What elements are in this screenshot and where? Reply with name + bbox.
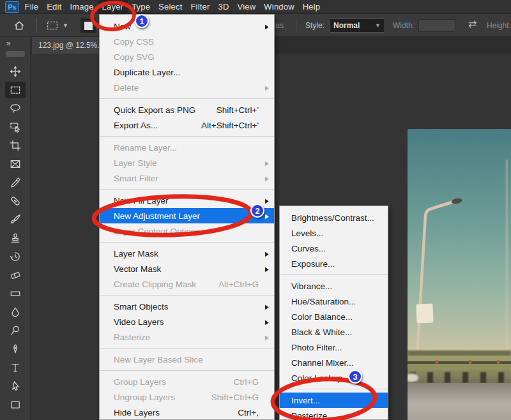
submenu-arrow-icon: ▶ (265, 197, 269, 204)
menu-window[interactable]: Window (260, 0, 298, 13)
layer-menu-item-quick-export-as-png[interactable]: Quick Export as PNGShift+Ctrl+' (100, 102, 274, 117)
menu-item-label: Brightness/Contrast... (291, 213, 374, 223)
blur-tool[interactable] (5, 304, 26, 320)
options-separator (296, 19, 296, 33)
adjustment-submenu-item-vibrance[interactable]: Vibrance... (280, 278, 388, 294)
adjustment-submenu-item-exposure[interactable]: Exposure... (280, 256, 388, 271)
menu-select[interactable]: Select (155, 0, 187, 13)
menu-item-label: Copy CSS (114, 37, 154, 47)
tool-preset-marquee-icon[interactable]: ▼ (46, 14, 68, 37)
menu-3d[interactable]: 3D (214, 0, 233, 13)
menu-type[interactable]: Type (128, 0, 155, 13)
type-tool[interactable] (5, 359, 26, 376)
rectangular-marquee-tool[interactable] (5, 82, 26, 98)
layer-menu-item-hide-layers[interactable]: Hide LayersCtrl+, (100, 405, 274, 420)
menu-filter[interactable]: Filter (187, 0, 214, 13)
history-brush-tool[interactable] (5, 248, 26, 265)
frame-tool[interactable] (5, 156, 26, 172)
layer-menu-item-new-adjustment-layer[interactable]: New Adjustment Layer▶ (100, 208, 274, 223)
panel-grip-handle[interactable] (6, 51, 25, 57)
layer-menu-item-duplicate-layer[interactable]: Duplicate Layer... (100, 64, 274, 80)
menu-item-label: Black & White... (291, 327, 352, 337)
adjustment-submenu-item-curves[interactable]: Curves... (280, 241, 388, 256)
adjustment-submenu-item-black-white[interactable]: Black & White... (280, 324, 388, 340)
layer-menu-dropdown: New▶Copy CSSCopy SVGDuplicate Layer...De… (99, 14, 275, 420)
adjustment-submenu-item-posterize[interactable]: Posterize... (280, 408, 388, 420)
options-separator (36, 19, 37, 33)
rectangle-tool[interactable] (5, 396, 26, 413)
menu-item-shortcut: Alt+Ctrl+G (210, 280, 259, 289)
move-tool-icon (9, 65, 22, 78)
adjustment-submenu-item-brightness-contrast[interactable]: Brightness/Contrast... (280, 210, 388, 225)
pen-tool[interactable] (5, 341, 26, 357)
gradient-tool[interactable] (5, 285, 26, 302)
menu-edit[interactable]: Edit (43, 0, 66, 13)
menu-item-shortcut: Shift+Ctrl+' (208, 105, 259, 115)
menu-separator (280, 274, 388, 275)
layer-menu-item-layer-style: Layer Style▶ (100, 155, 274, 170)
menubar-items: FileEditImageLayerTypeSelectFilter3DView… (20, 0, 324, 13)
road (408, 383, 511, 420)
bridge-post (427, 372, 433, 383)
move-tool[interactable] (5, 63, 26, 80)
swap-dimensions-icon[interactable]: ⇄ (468, 18, 477, 30)
home-icon[interactable] (13, 14, 26, 37)
menu-item-label: New Fill Layer (114, 196, 169, 206)
adjustment-submenu-item-invert[interactable]: Invert... (280, 393, 388, 408)
dodge-tool[interactable] (5, 322, 26, 339)
layer-menu-item-copy-css: Copy CSS (100, 34, 274, 49)
clone-stamp-tool[interactable] (5, 230, 26, 246)
frame-tool-icon (9, 158, 22, 170)
layer-menu-item-video-layers[interactable]: Video Layers▶ (100, 314, 274, 329)
brush-tool-icon (9, 213, 22, 226)
menu-item-label: Color Balance... (291, 312, 353, 322)
selection-mode-swatch[interactable] (80, 14, 96, 37)
menu-help[interactable]: Help (298, 0, 324, 13)
treeline (408, 350, 511, 356)
adjustment-submenu-item-photo-filter[interactable]: Photo Filter... (280, 340, 388, 355)
submenu-arrow-icon: ▶ (265, 334, 269, 341)
chevron-down-icon: ▼ (63, 22, 68, 29)
rectangular-marquee-tool-icon (9, 84, 22, 96)
lasso-tool[interactable] (5, 100, 26, 117)
eyedropper-tool[interactable] (5, 174, 26, 191)
style-dropdown[interactable]: Normal ▼ (329, 19, 385, 33)
layer-menu-item-new[interactable]: New▶ (100, 19, 274, 34)
adjustment-submenu-item-levels[interactable]: Levels... (280, 225, 388, 241)
menubar: Ps FileEditImageLayerTypeSelectFilter3DV… (0, 0, 511, 14)
object-selection-tool[interactable] (5, 119, 26, 135)
menu-image[interactable]: Image (66, 0, 98, 13)
menu-layer[interactable]: Layer (98, 0, 128, 13)
submenu-arrow-icon: ▶ (265, 160, 269, 167)
brush-tool[interactable] (5, 211, 26, 228)
adjustment-submenu-item-channel-mixer[interactable]: Channel Mixer... (280, 355, 388, 370)
path-selection-tool[interactable] (5, 378, 26, 394)
layer-menu-item-layer-mask[interactable]: Layer Mask▶ (100, 246, 274, 261)
layer-menu-item-rename-layer: Rename Layer... (100, 140, 274, 155)
menu-item-label: Quick Export as PNG (114, 105, 195, 115)
menu-file[interactable]: File (20, 0, 43, 13)
document-image (408, 129, 511, 420)
style-label: Style: (305, 14, 324, 37)
layer-menu-item-create-clipping-mask: Create Clipping MaskAlt+Ctrl+G (100, 276, 274, 292)
layer-menu-item-delete: Delete▶ (100, 80, 274, 95)
eraser-tool[interactable] (5, 267, 26, 283)
width-input[interactable] (418, 19, 455, 32)
rectangle-tool-icon (9, 398, 22, 411)
layer-menu-item-new-fill-layer[interactable]: New Fill Layer▶ (100, 193, 274, 208)
layer-menu-item-smart-objects[interactable]: Smart Objects▶ (100, 299, 274, 314)
adjustment-submenu-item-color-lookup[interactable]: Color Lookup... (280, 370, 388, 386)
new-adjustment-layer-submenu: Brightness/Contrast...Levels...Curves...… (279, 206, 388, 420)
layer-menu-item-export-as[interactable]: Export As...Alt+Shift+Ctrl+' (100, 117, 274, 133)
layer-menu-item-vector-mask[interactable]: Vector Mask▶ (100, 261, 274, 276)
crop-tool[interactable] (5, 137, 26, 154)
adjustment-submenu-item-hue-saturation[interactable]: Hue/Saturation... (280, 294, 388, 309)
menu-view[interactable]: View (233, 0, 260, 13)
menu-item-label: Levels... (291, 229, 323, 238)
clone-stamp-tool-icon (9, 232, 22, 244)
collapse-panel-icon[interactable]: » (6, 39, 11, 48)
spot-healing-brush-tool[interactable] (5, 193, 26, 209)
adjustment-submenu-item-color-balance[interactable]: Color Balance... (280, 309, 388, 324)
menu-item-label: Export As... (114, 121, 158, 130)
menu-item-label: Vector Mask (114, 264, 161, 274)
